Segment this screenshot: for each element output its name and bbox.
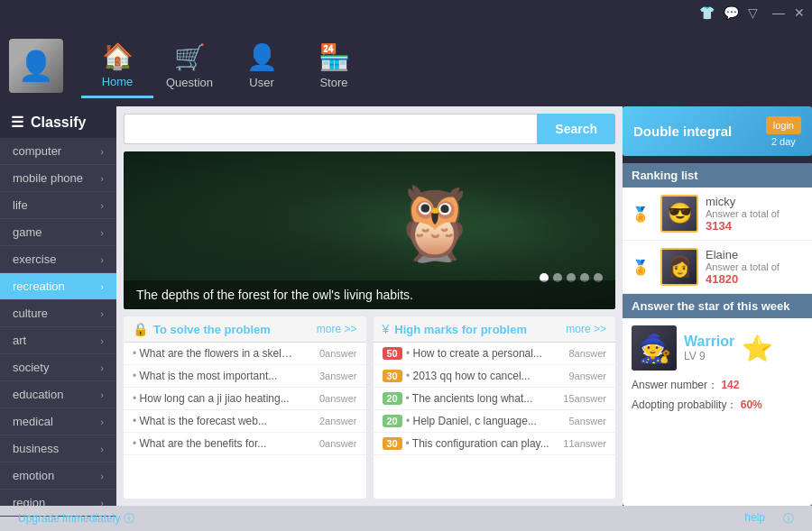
minimize-icon[interactable]: — bbox=[772, 5, 785, 20]
highmarks-item-1[interactable]: 30 2013 qq how to cancel... 9answer bbox=[374, 365, 616, 388]
solve-item-4-text: What are the benefits for... bbox=[133, 437, 295, 450]
rank-info-1: Elaine Answer a total of 41820 bbox=[706, 248, 803, 286]
highmarks-item-2[interactable]: 20 The ancients long what... 15answer bbox=[374, 388, 616, 410]
highmarks-item-4-num: 30 bbox=[383, 437, 402, 450]
help-icon: ⓘ bbox=[783, 511, 794, 526]
avatar: 👤 bbox=[9, 39, 63, 93]
sidebar-label-region: region bbox=[13, 496, 45, 509]
rank-count-1: 41820 bbox=[706, 272, 738, 286]
question-icon: 🛒 bbox=[174, 42, 206, 72]
solve-item-4-answer: 0answer bbox=[319, 438, 357, 449]
upgrade-icon: ⓘ bbox=[124, 512, 134, 525]
settings-icon[interactable]: ▽ bbox=[748, 5, 758, 20]
sidebar-item-emotion[interactable]: emotion › bbox=[0, 462, 116, 490]
sidebar-item-recreation[interactable]: recreation › bbox=[0, 273, 116, 300]
highmarks-item-0-text: How to create a personal... bbox=[406, 347, 568, 360]
solve-item-4[interactable]: What are the benefits for... 0answer bbox=[124, 433, 366, 455]
rank-avatar-1: 👩 bbox=[660, 248, 698, 286]
star-title: Answer the star of this week bbox=[632, 299, 790, 313]
solve-item-3-answer: 2answer bbox=[319, 416, 357, 426]
highmarks-panel-header: ¥ High marks for problem more >> bbox=[374, 316, 616, 343]
highmarks-item-0[interactable]: 50 How to create a personal... 8answer bbox=[374, 343, 616, 365]
ranking-title: Ranking list bbox=[632, 169, 698, 182]
highmarks-item-0-num: 50 bbox=[383, 347, 402, 360]
adopting-row: Adopting probability： 60% bbox=[632, 396, 803, 416]
sidebar-label-education: education bbox=[13, 388, 63, 401]
sidebar-item-medical[interactable]: medical › bbox=[0, 408, 116, 435]
nav-store[interactable]: 🏪 Store bbox=[298, 35, 370, 96]
sidebar-label-mobile-phone: mobile phone bbox=[13, 171, 83, 185]
highmarks-item-3-num: 20 bbox=[383, 415, 402, 427]
nav-question[interactable]: 🛒 Question bbox=[153, 35, 226, 96]
day-label: 2 day bbox=[771, 136, 796, 147]
sidebar-header: ☰ Classify bbox=[0, 106, 116, 138]
adopting-label: Adopting probability： bbox=[632, 398, 737, 411]
content-area: Search 🦉 The depths of the forest for th… bbox=[116, 106, 623, 506]
sidebar-item-game[interactable]: game › bbox=[0, 219, 116, 246]
user-icon: 👤 bbox=[246, 42, 278, 72]
answer-number-value: 142 bbox=[721, 379, 739, 391]
highmarks-item-0-answer: 8answer bbox=[568, 348, 606, 359]
chevron-icon: › bbox=[100, 254, 104, 265]
highmarks-more-link[interactable]: more >> bbox=[566, 323, 606, 335]
solve-item-1-answer: 3answer bbox=[319, 371, 357, 381]
chat-icon[interactable]: 💬 bbox=[724, 5, 739, 20]
solve-item-3[interactable]: What is the forecast web... 2answer bbox=[124, 410, 366, 433]
nav-user-label: User bbox=[249, 76, 273, 89]
help-link[interactable]: help bbox=[744, 511, 765, 526]
sidebar: ☰ Classify computer › mobile phone › lif… bbox=[0, 106, 116, 506]
menu-icon: ☰ bbox=[11, 114, 23, 131]
sidebar-label-recreation: recreation bbox=[13, 279, 65, 293]
nav-home-label: Home bbox=[102, 75, 134, 88]
chevron-icon: › bbox=[100, 471, 104, 481]
nav-home[interactable]: 🏠 Home bbox=[81, 34, 153, 98]
sidebar-item-computer[interactable]: computer › bbox=[0, 138, 116, 165]
sidebar-item-exercise[interactable]: exercise › bbox=[0, 246, 116, 273]
solve-item-0[interactable]: What are the flowers in a skele... 0answ… bbox=[124, 343, 366, 365]
yen-icon: ¥ bbox=[383, 322, 390, 336]
sidebar-item-culture[interactable]: culture › bbox=[0, 300, 116, 327]
solve-more-link[interactable]: more >> bbox=[317, 323, 357, 335]
star-level: LV 9 bbox=[684, 350, 734, 362]
upgrade-link[interactable]: Upgrade immediately bbox=[18, 512, 120, 525]
solve-item-2-text: How long can a ji jiao heating... bbox=[133, 392, 295, 405]
chevron-icon: › bbox=[100, 362, 104, 373]
sidebar-item-education[interactable]: education › bbox=[0, 381, 116, 408]
sidebar-item-life[interactable]: life › bbox=[0, 192, 116, 219]
double-integral-banner: Double integral login 2 day bbox=[623, 106, 812, 156]
chevron-icon: › bbox=[100, 200, 104, 211]
star-name-level: Warrior LV 9 bbox=[684, 334, 734, 362]
rank-name-0: micky bbox=[706, 195, 803, 208]
sidebar-item-mobile-phone[interactable]: mobile phone › bbox=[0, 165, 116, 192]
lock-icon: 🔒 bbox=[133, 322, 148, 336]
sidebar-label-art: art bbox=[13, 334, 26, 347]
solve-item-2[interactable]: How long can a ji jiao heating... 0answe… bbox=[124, 388, 366, 410]
sidebar-title: Classify bbox=[31, 114, 86, 131]
highmarks-item-2-num: 20 bbox=[383, 392, 402, 405]
search-input[interactable] bbox=[124, 114, 537, 144]
highmarks-item-4[interactable]: 30 This configuration can play... 11answ… bbox=[374, 433, 616, 455]
search-button[interactable]: Search bbox=[537, 114, 615, 144]
sidebar-item-art[interactable]: art › bbox=[0, 327, 116, 354]
shirt-icon[interactable]: 👕 bbox=[699, 5, 715, 20]
solve-panel-header: 🔒 To solve the problem more >> bbox=[124, 316, 366, 343]
bottom-bar: Upgrade immediately ⓘ help ⓘ bbox=[0, 506, 812, 531]
rank-count-0: 3134 bbox=[706, 219, 732, 233]
sidebar-item-society[interactable]: society › bbox=[0, 354, 116, 381]
star-badge-icon: ⭐ bbox=[742, 334, 773, 363]
sidebar-label-emotion: emotion bbox=[13, 469, 54, 482]
star-user: 🧙 Warrior LV 9 ⭐ bbox=[632, 325, 803, 371]
solve-item-1[interactable]: What is the most important... 3answer bbox=[124, 365, 366, 388]
banner-caption: The depths of the forest for the owl's l… bbox=[124, 280, 615, 309]
sidebar-item-business[interactable]: business › bbox=[0, 435, 116, 462]
nav-user[interactable]: 👤 User bbox=[226, 35, 298, 96]
banner-caption-text: The depths of the forest for the owl's l… bbox=[136, 288, 413, 302]
sidebar-label-society: society bbox=[13, 361, 49, 374]
highmarks-item-1-answer: 9answer bbox=[568, 371, 606, 381]
login-button[interactable]: login bbox=[766, 116, 801, 134]
sidebar-label-medical: medical bbox=[13, 415, 53, 428]
banner: 🦉 The depths of the forest for the owl's… bbox=[124, 151, 615, 309]
close-icon[interactable]: ✕ bbox=[794, 5, 805, 20]
highmarks-item-3[interactable]: 20 Help Daniel, c language... 5answer bbox=[374, 410, 616, 433]
solve-item-1-text: What is the most important... bbox=[133, 370, 295, 382]
